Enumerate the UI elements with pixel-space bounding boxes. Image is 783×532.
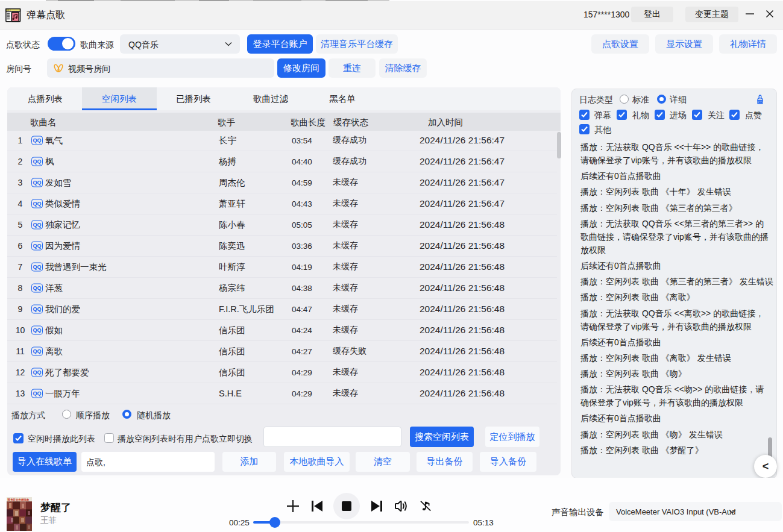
svg-text:随身听金曲精选集: 随身听金曲精选集	[8, 498, 30, 502]
